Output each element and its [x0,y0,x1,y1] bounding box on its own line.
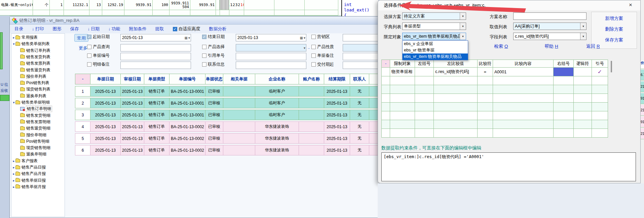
grid-empty-row[interactable] [381,85,608,94]
grid-cell[interactable] [554,68,574,76]
sidebar-item-现货销售列表[interactable]: 现货销售列表 [11,86,65,93]
grid-cell[interactable] [554,111,574,120]
grid-cell[interactable] [390,85,415,94]
filter-checkbox-单据备注[interactable]: 单据备注 [311,53,334,59]
column-header-联系人[interactable]: 联系人 [350,74,369,84]
sidebar-item-销售订单明细[interactable]: 销售订单明细 [11,106,65,112]
grid-cell[interactable] [390,111,415,120]
grid-cell[interactable] [574,76,592,85]
column-header-审核日期[interactable]: 审核日期 [121,74,144,84]
grid-cell[interactable] [434,103,478,111]
sidebar-item-销售产品日报[interactable]: ▸销售产品日报 [11,164,65,171]
toolbar-item-8[interactable]: 提取 [155,26,164,32]
checkbox-icon[interactable] [87,53,91,58]
sidebar-item-销售发票明细[interactable]: 销售发票明细 [11,119,65,125]
grid-cell[interactable] [574,68,592,76]
toolbar-item-2[interactable]: ↓打印 [32,26,44,32]
grid-cell[interactable] [478,94,493,103]
grid-empty-row[interactable] [381,111,608,120]
grid-cell[interactable]: A0001 [493,68,554,76]
filter-input-起始日期[interactable]: 2025-01-13▦▾ [120,34,191,41]
dialog-titlebar[interactable]: 选择条件定义 - ebs_v:a.+ebs_vr:b.+ebs_vr_item:… [378,0,640,10]
grid-cell[interactable] [554,120,574,129]
dict-list-combo[interactable]: 单据类型 ▾ [402,23,466,30]
grid-data-row[interactable]: 物资单据相c.res_id[物资代码]=A0001✓ [381,68,608,76]
grid-cell[interactable]: = [478,68,493,76]
grid-cell[interactable] [554,103,574,111]
sidebar-item-销售退货列表[interactable]: 销售退货列表 [11,67,65,73]
grid-cell[interactable] [478,129,493,138]
grid-cell[interactable] [415,129,434,138]
grid-cell[interactable] [574,111,592,120]
search-link[interactable]: 检索O [494,43,508,49]
sidebar-item-退换单明细[interactable]: 退换单明细 [11,151,65,157]
chevron-collapsed-icon[interactable]: ▸ [12,179,15,182]
grid-scrollbar[interactable] [611,61,612,72]
table-row[interactable]: 62025-01-132025-01-13销售订单BA-25-01-13-000… [75,145,379,155]
filter-input-结束日期[interactable]: 2025-01-13▦▾ [236,34,306,41]
grid-cell[interactable] [434,120,478,129]
grid-column-header-左比较值[interactable]: 左比较值 [434,60,478,68]
table-row[interactable]: 22025-01-132025-01-13销售订单BA-25-01-13-000… [75,98,379,108]
checkbox-icon[interactable] [87,62,91,67]
checkbox-checked-icon[interactable]: ✓ [202,35,206,39]
grid-empty-row[interactable] [381,103,608,111]
filter-combo-产品性质[interactable]: ▾ [343,44,379,51]
grid-column-header-比较内容[interactable]: 比较内容 [493,60,554,68]
filter-checkbox-起始日期[interactable]: ✓起始日期 [87,34,110,40]
grid-cell[interactable] [574,85,592,94]
constraint-expression-editor[interactable]: [ebs_vr_item:]c.res_id[物资代码] ='A0001' [381,152,636,181]
toolbar-item-5[interactable]: ↓日期 [88,26,100,32]
chevron-down-icon[interactable]: ▾ [304,36,305,40]
toolbar-item-1[interactable]: 目录 [14,26,23,32]
grid-cell[interactable] [390,129,415,138]
column-header-企业名称[interactable]: 企业名称 [255,74,299,84]
dropdown-option[interactable]: ebs_v 企业单据 [403,41,468,47]
grid-column-header-比较符[interactable]: 比较符 [478,60,493,68]
filter-checkbox-交付期起[interactable]: 交付期起 [311,62,334,67]
sidebar-item-销售类单据明细[interactable]: ▾销售类单据明细 [11,99,65,106]
grid-cell[interactable] [574,120,592,129]
value-list-combo[interactable]: AA[采购订单] ▾ [513,23,586,30]
checkbox-icon[interactable] [311,35,316,39]
sidebar-item-Pos销售明细[interactable]: Pos销售明细 [11,138,65,145]
grid-cell[interactable] [381,103,390,111]
grid-cell[interactable] [415,120,434,129]
table-row[interactable]: 12025-01-132025-01-13销售订单BA-25-01-13-000… [75,86,379,97]
filter-checkbox-结束日期[interactable]: ✓结束日期 [202,34,225,40]
sidebar-item-销售发货列表[interactable]: 销售发货列表 [11,54,65,60]
chevron-collapsed-icon[interactable]: ▸ [12,185,15,189]
grid-cell[interactable] [493,85,554,94]
grid-cell[interactable] [478,103,493,111]
filter-checkbox-营销区[interactable]: 营销区 [311,34,330,40]
grid-cell[interactable] [592,94,608,103]
chevron-down-icon[interactable]: ▾ [460,33,466,40]
grid-cell[interactable] [381,94,390,103]
sidebar-item-销售发票列表[interactable]: 销售发票列表 [11,60,65,67]
chevron-collapsed-icon[interactable]: ▸ [12,36,15,39]
grid-cell[interactable]: ✓ [592,68,608,76]
toolbar-item-3[interactable]: 图形 [53,26,62,32]
plan-name-input[interactable] [513,12,586,20]
filter-checkbox-产品选择[interactable]: 产品选择 [202,44,225,50]
grid-empty-row[interactable] [381,76,608,85]
dropdown-option[interactable]: ebs_vr_item 物资单据相关物品 [403,53,468,60]
grid-cell[interactable]: 物资单据相 [390,68,415,76]
select-plan-combo[interactable]: 待定义方案 ▾ [402,12,466,20]
help-link[interactable]: 帮助H [544,43,558,49]
grid-column-header-引号[interactable]: 引号 [592,60,608,68]
grid-cell[interactable] [390,76,415,85]
grid-cell[interactable] [493,103,554,111]
grid-cell[interactable] [493,120,554,129]
filter-checkbox-产品查询[interactable]: 产品查询 [87,44,110,50]
grid-column-header-限制对象[interactable]: 限制对象 [390,60,415,68]
checkbox-icon[interactable] [311,62,316,67]
grid-column-header-corner[interactable]: - [381,60,390,68]
grid-cell[interactable] [434,85,478,94]
data-analysis-button[interactable]: 数据分析 [209,26,227,32]
sidebar-item-销售产品月报[interactable]: ▸销售产品月报 [11,171,65,177]
table-row[interactable]: 42025-01-132025-01-13销售订单BA-25-01-13-000… [75,121,379,132]
grid-cell[interactable] [415,68,434,76]
grid-cell[interactable] [592,120,608,129]
sidebar-item-销售类单据列表[interactable]: ▾销售类单据列表 [11,41,65,47]
